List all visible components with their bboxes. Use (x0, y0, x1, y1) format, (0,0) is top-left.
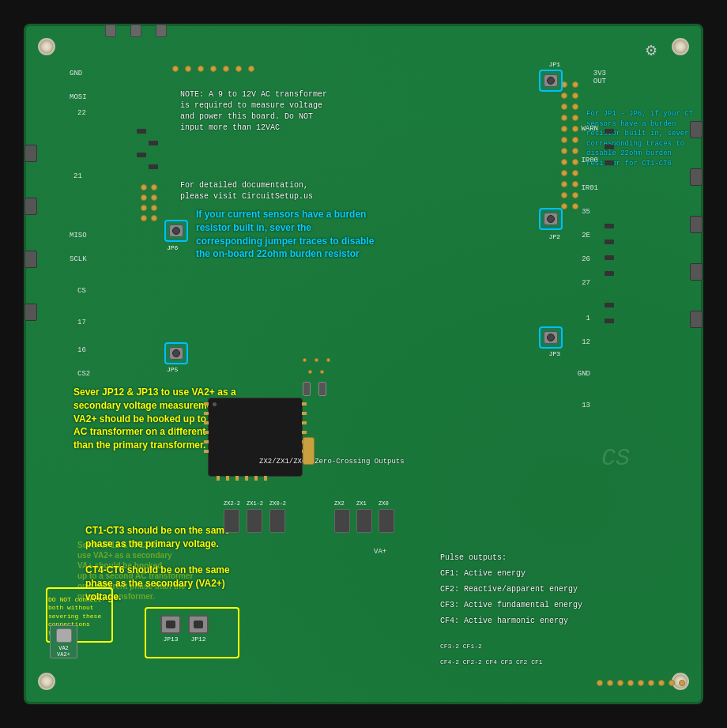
cs2-label: CS2 (77, 370, 90, 378)
smd-r12 (605, 303, 614, 307)
mount-hole-tr (672, 38, 689, 55)
note-text: NOTE: A 9 to 12V AC transformer is requi… (180, 89, 338, 134)
via-2 (315, 358, 318, 362)
pcb-board: ⚙ GND MOSI 22 21 MISO SCLK (24, 24, 703, 704)
gnd-right-label: GND (578, 370, 590, 378)
smd-r13 (605, 319, 614, 323)
annotation-jp1-jp6: For JP1 - JP6, if your CT sensors have a… (586, 109, 697, 169)
num12-label: 12 (582, 338, 590, 346)
top-connectors-left (105, 25, 167, 37)
num16-label: 16 (77, 346, 86, 354)
mount-hole-tl (38, 38, 55, 55)
via-3 (326, 358, 330, 362)
num26-label: 26 (582, 255, 590, 263)
cap-2 (318, 382, 326, 396)
cf32-label: CF3-2 CF1-2 (440, 642, 685, 651)
num1-label: 1 (586, 315, 590, 323)
cf42-label: CF4-2 CF2-2 CF4 CF3 CF2 CF1 (440, 658, 685, 666)
cf1-label: CF1: Active energy (440, 568, 685, 579)
cs-watermark: CS (601, 445, 630, 472)
num35-label: 35 (582, 208, 590, 216)
ir01-label: IR01 (581, 184, 598, 192)
left-connectors (24, 145, 37, 321)
jp3-component (539, 326, 563, 349)
jp2-label: JP2 (549, 233, 560, 240)
jp3-inner (544, 331, 558, 344)
jp1-label: JP1 (549, 61, 560, 68)
crystal-osc (303, 437, 315, 465)
jp5-component (164, 342, 188, 364)
smd-r10 (605, 255, 614, 260)
cs-label: CS (77, 287, 86, 295)
top-header-row (172, 66, 330, 72)
smd-r9 (605, 240, 614, 244)
num21-label: 21 (73, 172, 82, 180)
cf2-label: CF2: Reactive/apparent energy (440, 584, 685, 595)
smd-r1 (137, 129, 146, 134)
via-4 (308, 370, 312, 374)
va2-component: VA2 VA2+ (50, 625, 77, 658)
gnd-label: GND (70, 70, 82, 77)
bottom-pads (597, 680, 685, 686)
via-5 (320, 370, 324, 374)
miso-label: MISO (70, 232, 87, 240)
jp12-label: JP12 (188, 636, 209, 643)
jp6-inner (169, 224, 183, 237)
smd-r6 (605, 145, 614, 149)
mount-hole-bl (38, 673, 55, 690)
jp5-label: JP5 (167, 366, 178, 373)
num13-label: 13 (582, 402, 590, 409)
jp2-component (539, 208, 563, 230)
smd-r4 (149, 164, 158, 169)
cf4-label: CF4: Active harmonic energy (440, 616, 685, 627)
smd-r7 (605, 160, 614, 165)
pulse-outputs-label: Pulse outputs: (440, 553, 685, 564)
va-label: VA+ (374, 548, 386, 556)
zx-right-components: ZX2 ZX1 ZX0 (334, 500, 394, 533)
doc-text: For detailed documentation, please visit… (180, 180, 338, 202)
jp2-inner (544, 213, 558, 225)
smd-r11 (605, 271, 614, 276)
jp6-component (164, 220, 188, 242)
jp5-inner (169, 347, 183, 360)
jp13-label: JP13 (160, 636, 181, 643)
smd-r5 (605, 129, 614, 134)
smd-r8 (605, 224, 614, 228)
zx-label: ZX2/ZX1/ZX0: Zero-Crossing Outputs (259, 457, 405, 467)
num17-label: 17 (77, 319, 86, 326)
mosi-label: MOSI (70, 93, 87, 101)
sclk-label: SCLK (70, 255, 87, 263)
left-mid-pads (141, 184, 157, 221)
num22-label: 22 (77, 109, 86, 117)
jp1-inner (544, 74, 558, 87)
jp12-component: JP12 (188, 615, 209, 643)
num2e-label: 2E (582, 232, 590, 240)
via-1 (303, 358, 307, 362)
pcb-main: ⚙ GND MOSI 22 21 MISO SCLK (0, 0, 727, 728)
smd-r2 (149, 141, 158, 145)
zx-components: ZX2-2 ZX1-2 ZX0-2 (224, 500, 286, 533)
cap-1 (303, 382, 311, 396)
jp1-component (539, 70, 563, 92)
jp3-label: JP3 (549, 350, 560, 357)
cf3-label: CF3: Active fundamental energy (440, 600, 685, 611)
jp13-component: JP13 (160, 615, 181, 643)
num27-label: 27 (582, 279, 590, 287)
three-v3-out-label: 3V3OUT (593, 70, 606, 85)
right-header-pads (561, 81, 578, 209)
gear-icon: ⚙ (645, 42, 657, 59)
annotation-burden-resistor: If your current sensors have a burden re… (196, 208, 378, 261)
smd-r3 (137, 153, 146, 157)
jp6-label: JP6 (167, 244, 178, 251)
